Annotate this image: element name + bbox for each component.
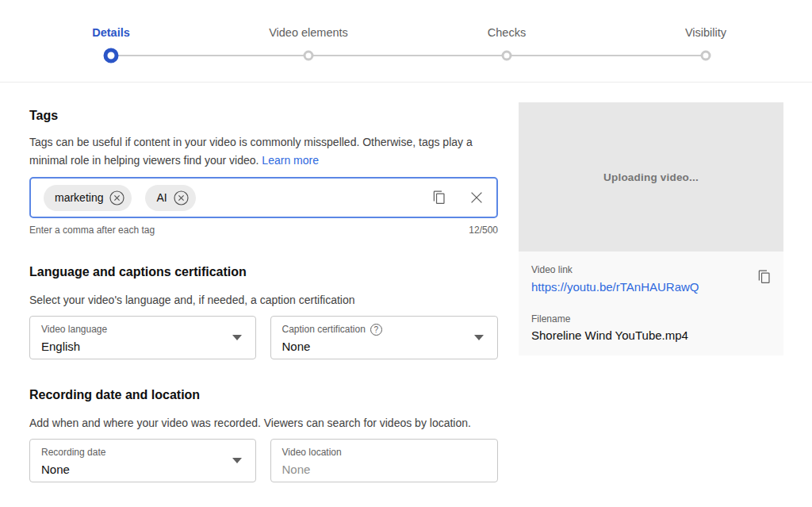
remove-tag-icon[interactable]	[109, 190, 124, 205]
copy-video-link-icon[interactable]	[756, 267, 772, 286]
dropdown-arrow-icon	[474, 335, 484, 340]
tags-char-counter: 12/500	[469, 225, 498, 236]
tags-input[interactable]: marketing AI	[29, 177, 498, 218]
tags-description-text: Tags can be useful if content in your vi…	[29, 136, 473, 167]
recording-fields-row: Recording date None Video location None	[29, 439, 498, 482]
tag-chip-list: marketing AI	[44, 185, 431, 211]
language-fields-row: Video language English Caption certifica…	[29, 316, 498, 359]
video-preview-sidebar: Uploading video... Video link https://yo…	[519, 102, 783, 355]
details-form: Tags Tags can be useful if content in yo…	[29, 83, 498, 482]
tag-chip-label: marketing	[55, 191, 103, 204]
video-language-dropdown[interactable]: Video language English	[29, 316, 256, 359]
copy-tags-icon[interactable]	[431, 188, 447, 207]
video-link-label: Video link	[531, 264, 771, 275]
help-icon[interactable]: ?	[370, 324, 382, 336]
step-circle-video-elements-icon[interactable]	[304, 51, 314, 61]
learn-more-link[interactable]: Learn more	[262, 154, 319, 167]
step-label-video-elements: Video elements	[269, 26, 348, 39]
remove-tag-icon[interactable]	[174, 190, 189, 205]
language-section-description: Select your video's language and, if nee…	[29, 291, 498, 309]
filename-value: Shoreline Wind YouTube.mp4	[531, 328, 771, 343]
step-label-details: Details	[92, 26, 130, 39]
language-section-title: Language and captions certification	[29, 265, 498, 278]
tag-chip-marketing: marketing	[44, 185, 132, 211]
video-info-panel: Video link https://youtu.be/rTAnHAURawQ …	[519, 252, 783, 355]
tags-helper-text: Enter a comma after each tag	[29, 225, 155, 236]
video-link-url[interactable]: https://youtu.be/rTAnHAURawQ	[531, 280, 699, 294]
tags-section-title: Tags	[29, 109, 498, 122]
video-location-field[interactable]: Video location None	[270, 439, 499, 482]
video-location-value: None	[282, 462, 487, 478]
video-language-label: Video language	[41, 324, 244, 336]
video-location-label: Video location	[282, 447, 487, 459]
step-circle-checks-icon[interactable]	[502, 51, 512, 61]
step-circle-visibility-icon[interactable]	[701, 51, 711, 61]
step-circle-details-icon[interactable]	[104, 48, 119, 63]
dropdown-arrow-icon	[232, 335, 242, 340]
caption-certification-label: Caption certification	[282, 324, 366, 336]
tags-section-description: Tags can be useful if content in your vi…	[29, 133, 498, 170]
stepper-track	[111, 55, 706, 56]
step-label-checks: Checks	[488, 26, 526, 39]
tag-chip-ai: AI	[145, 185, 195, 211]
caption-certification-value: None	[282, 339, 487, 355]
step-label-visibility: Visibility	[685, 26, 726, 39]
tag-box-actions	[431, 188, 485, 207]
upload-stepper: Details Video elements Checks Visibility	[0, 0, 812, 83]
recording-date-dropdown[interactable]: Recording date None	[29, 439, 256, 482]
filename-label: Filename	[531, 313, 771, 325]
clear-tags-icon[interactable]	[468, 189, 485, 206]
recording-date-value: None	[41, 462, 244, 478]
tags-helper-row: Enter a comma after each tag 12/500	[29, 225, 498, 236]
caption-certification-dropdown[interactable]: Caption certification ? None	[270, 316, 499, 359]
uploading-status-text: Uploading video...	[603, 171, 699, 183]
recording-section-title: Recording date and location	[29, 388, 498, 401]
dropdown-arrow-icon	[232, 458, 242, 463]
recording-date-label: Recording date	[41, 447, 244, 459]
tag-chip-label: AI	[156, 191, 167, 204]
video-language-value: English	[41, 339, 244, 355]
recording-section-description: Add when and where your video was record…	[29, 414, 498, 432]
video-preview-box: Uploading video...	[519, 102, 783, 252]
